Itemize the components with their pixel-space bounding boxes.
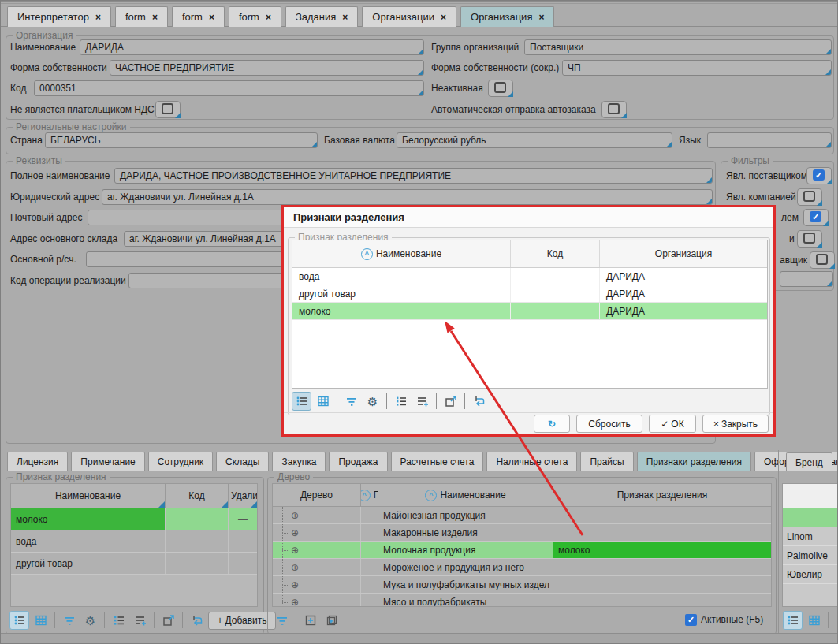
- dialog-table-row-selected[interactable]: молоко ДАРИДА: [292, 303, 767, 320]
- expand-all-button[interactable]: [322, 611, 341, 630]
- filter-supplier-checkbox[interactable]: ✓: [806, 167, 832, 184]
- expand-node-button[interactable]: [300, 611, 320, 630]
- country-field[interactable]: БЕЛАРУСЬ: [45, 132, 318, 148]
- sort-asc-icon[interactable]: ^: [361, 490, 371, 501]
- reload-list-button[interactable]: [187, 611, 207, 630]
- top-tab-organizaciya[interactable]: Организация×: [460, 6, 554, 27]
- reset-button[interactable]: Сбросить: [576, 415, 642, 433]
- table-row-selected[interactable]: молоко —: [11, 508, 257, 530]
- bottom-tab-licenziya[interactable]: Лицензия: [7, 452, 68, 471]
- brand-row-selected[interactable]: [783, 508, 838, 527]
- top-tab-interpretator[interactable]: Интерпретатор×: [7, 6, 111, 27]
- tree-row[interactable]: ⊕ Мука и полуфабрикаты мучных издел: [273, 576, 771, 594]
- add-button[interactable]: +Добавить: [208, 612, 276, 630]
- grid-view-button[interactable]: [804, 611, 824, 630]
- tab-close-icon[interactable]: ×: [538, 12, 544, 23]
- bottom-tab-zakupka[interactable]: Закупка: [272, 452, 326, 471]
- column-header-p[interactable]: ^П: [361, 484, 378, 506]
- active-filter[interactable]: ✓ Активные (F5): [685, 610, 763, 629]
- expand-icon[interactable]: ⊕: [291, 563, 299, 572]
- brand-tab[interactable]: Бренд: [786, 452, 832, 471]
- tab-close-icon[interactable]: ×: [152, 12, 158, 23]
- numbered-list-button[interactable]: [109, 611, 128, 630]
- grid-view-button[interactable]: [31, 611, 50, 630]
- ok-button[interactable]: ✓ОК: [649, 415, 696, 433]
- filter-button[interactable]: [832, 611, 838, 630]
- tab-close-icon[interactable]: ×: [342, 12, 348, 23]
- grid-view-button[interactable]: [313, 392, 333, 411]
- name-field[interactable]: ДАРИДА: [80, 39, 424, 55]
- language-field[interactable]: [707, 132, 832, 148]
- expand-icon[interactable]: ⊕: [291, 597, 299, 607]
- bottom-tab-sklady[interactable]: Склады: [216, 452, 269, 471]
- numbered-list-button[interactable]: [391, 392, 411, 411]
- filter-button[interactable]: [59, 611, 79, 630]
- ownership-short-field[interactable]: ЧП: [562, 60, 832, 76]
- bottom-tab-nalichnye-scheta[interactable]: Наличные счета: [486, 452, 577, 471]
- filter-extra-field[interactable]: [780, 271, 833, 287]
- column-header-name[interactable]: Наименование: [11, 484, 166, 508]
- active-filter-checkbox[interactable]: ✓: [685, 614, 697, 626]
- bottom-tab-sotrudnik[interactable]: Сотрудник: [148, 452, 213, 471]
- list-view-button[interactable]: [292, 392, 311, 411]
- column-header-code[interactable]: Код: [511, 240, 600, 267]
- settings-button[interactable]: ⚙: [80, 611, 100, 630]
- tree-row[interactable]: ⊕ Майонезная продукция: [273, 507, 771, 524]
- bottom-tab-primechanie[interactable]: Примечание: [71, 452, 144, 471]
- top-tab-form-2[interactable]: form×: [172, 6, 225, 27]
- filter-avshchik-checkbox[interactable]: [810, 251, 835, 269]
- expand-icon[interactable]: ⊕: [291, 511, 299, 520]
- tree-row[interactable]: ⊕ Мясо и полуфабрикаты: [273, 594, 771, 607]
- tab-close-icon[interactable]: ×: [209, 12, 214, 23]
- table-row[interactable]: вода —: [11, 530, 257, 553]
- filter-i-checkbox[interactable]: [797, 230, 822, 248]
- open-external-button[interactable]: [158, 611, 178, 630]
- brand-row[interactable]: Palmolive: [783, 546, 838, 565]
- tab-close-icon[interactable]: ×: [441, 12, 446, 23]
- legal-address-field[interactable]: аг. Ждановичи ул. Линейная д.1А: [102, 189, 713, 205]
- dialog-table-row[interactable]: вода ДАРИДА: [292, 268, 767, 285]
- column-header-delete[interactable]: Удалить: [229, 484, 257, 508]
- list-view-button[interactable]: [783, 611, 803, 630]
- org-group-field[interactable]: Поставщики: [524, 39, 832, 55]
- bottom-tab-raschetnye-scheta[interactable]: Расчетные счета: [391, 452, 484, 471]
- filter-lem-checkbox[interactable]: ✓: [803, 209, 829, 226]
- top-tab-zadaniya[interactable]: Задания×: [285, 6, 358, 27]
- open-external-button[interactable]: [441, 392, 460, 411]
- filter-button[interactable]: [272, 611, 292, 630]
- ownership-field[interactable]: ЧАСТНОЕ ПРЕДПРИЯТИЕ: [110, 60, 424, 76]
- bottom-tab-prodazha[interactable]: Продажа: [329, 452, 387, 471]
- column-header-priznak[interactable]: Признак разделения: [553, 484, 771, 506]
- top-tab-form-1[interactable]: form×: [115, 6, 168, 27]
- top-tab-form-3[interactable]: form×: [229, 6, 281, 27]
- dialog-table-row[interactable]: другой товар ДАРИДА: [292, 285, 767, 303]
- tree-row-selected[interactable]: ⊕ Молочная продукция молоко: [273, 542, 771, 559]
- column-header-code[interactable]: Код: [166, 484, 229, 508]
- filter-button[interactable]: [341, 392, 361, 411]
- tab-close-icon[interactable]: ×: [266, 12, 271, 23]
- column-header-org[interactable]: Организация: [600, 240, 767, 267]
- expand-icon[interactable]: ⊕: [291, 528, 299, 538]
- full-name-field[interactable]: ДАРИДА, ЧАСТНОЕ ПРОИЗВОДСТВЕННОЕ УНИТАРН…: [114, 168, 713, 184]
- code-field[interactable]: 0000351: [34, 80, 424, 96]
- expand-icon[interactable]: ⊕: [291, 545, 299, 555]
- settings-button[interactable]: ⚙: [363, 392, 382, 411]
- add-to-list-button[interactable]: [412, 392, 432, 411]
- inactive-checkbox[interactable]: [488, 80, 513, 97]
- brand-row[interactable]: Ювелир: [783, 565, 838, 584]
- brand-row[interactable]: Linom: [783, 527, 838, 546]
- table-row[interactable]: другой товар —: [11, 553, 257, 575]
- tab-close-icon[interactable]: ×: [95, 12, 101, 23]
- sort-asc-icon[interactable]: ^: [361, 248, 373, 260]
- top-tab-organizacii[interactable]: Организации×: [362, 6, 456, 27]
- column-header-tree[interactable]: Дерево: [273, 484, 361, 506]
- bottom-tab-priznaki-razdeleniya[interactable]: Признаки разделения: [637, 452, 751, 471]
- tree-row[interactable]: ⊕ Макаронные изделия: [273, 524, 771, 542]
- filter-company-checkbox[interactable]: [797, 188, 822, 206]
- column-header-name[interactable]: ^Наименование: [378, 484, 553, 506]
- add-to-list-button[interactable]: [130, 611, 150, 630]
- refresh-button[interactable]: ↻: [534, 415, 570, 433]
- sort-asc-icon[interactable]: ^: [425, 490, 437, 501]
- currency-field[interactable]: Белорусский рубль: [397, 132, 672, 148]
- no-vat-checkbox[interactable]: [155, 101, 181, 118]
